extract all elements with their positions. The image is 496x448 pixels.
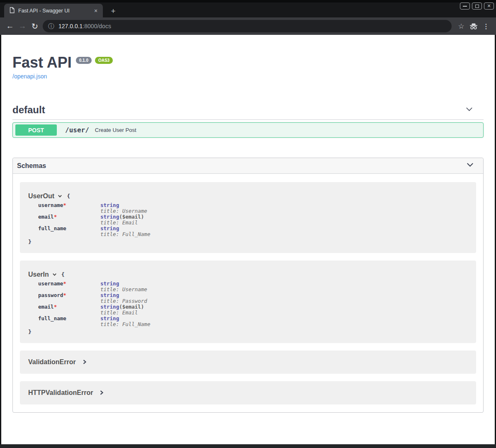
property-row: username* string title: Username: [38, 281, 468, 292]
close-brace: }: [28, 239, 468, 245]
property-row: email* string($email) title: Email: [38, 214, 468, 226]
property-name: full_name: [38, 315, 66, 321]
minimize-button[interactable]: [460, 2, 470, 10]
property-type: string: [100, 292, 119, 298]
opblock-post-user[interactable]: POST /user/ Create User Post: [12, 122, 484, 138]
model-userin: UserIn { username* string tit: [20, 261, 476, 343]
endpoint-summary: Create User Post: [95, 127, 136, 133]
property-title: title: Full_Name: [100, 231, 150, 237]
property-row: full_name string title: Full_Name: [38, 316, 468, 327]
minimize-icon: [463, 6, 467, 7]
property-name: full_name: [38, 225, 66, 231]
oas3-badge: OAS3: [95, 57, 113, 64]
incognito-icon: [467, 20, 480, 32]
property-type: string: [100, 214, 119, 220]
required-star: *: [63, 292, 66, 298]
url-path: :8000/docs: [83, 23, 111, 29]
model-httpvalidationerror[interactable]: HTTPValidationError: [20, 381, 476, 404]
method-badge: POST: [15, 124, 57, 136]
required-star: *: [63, 280, 66, 287]
chevron-down-icon[interactable]: [466, 161, 474, 171]
model-validationerror[interactable]: ValidationError: [20, 351, 476, 374]
api-title: Fast API: [12, 54, 72, 71]
swagger-page: Fast API 0.1.0 OAS3 /openapi.json defaul…: [0, 35, 496, 444]
model-userout: UserOut { username* string ti: [20, 182, 476, 253]
chevron-down-icon[interactable]: [52, 271, 57, 279]
forward-button[interactable]: →: [16, 20, 29, 32]
version-badge: 0.1.0: [76, 57, 92, 64]
tab-bar: Fast API - Swagger UI × + ✕: [0, 0, 496, 17]
model-name[interactable]: UserOut: [28, 192, 54, 200]
maximize-icon: [475, 5, 479, 8]
tab-close-icon[interactable]: ×: [92, 7, 100, 15]
api-header: Fast API 0.1.0 OAS3: [12, 54, 484, 71]
maximize-button[interactable]: [472, 2, 482, 10]
close-button[interactable]: ✕: [484, 2, 494, 10]
property-list: username* string title: Username passwor…: [38, 281, 468, 327]
model-name[interactable]: UserIn: [28, 271, 49, 278]
property-type: string: [100, 225, 119, 231]
tag-section-header[interactable]: default: [12, 104, 484, 116]
browser-window: Fast API - Swagger UI × + ✕ ← → ↻ ⓘ 127.…: [0, 0, 496, 448]
schemas-heading: Schemas: [17, 162, 46, 170]
property-title: title: Email: [100, 310, 144, 316]
property-row: password* string title: Password: [38, 292, 468, 304]
chevron-down-icon[interactable]: [465, 105, 474, 115]
tag-name[interactable]: default: [12, 104, 45, 116]
swagger-content: Fast API 0.1.0 OAS3 /openapi.json defaul…: [1, 35, 495, 413]
property-type: string: [100, 315, 119, 321]
property-type: string: [100, 202, 119, 208]
property-title: title: Username: [100, 208, 147, 214]
schemas-body: UserOut { username* string ti: [13, 174, 483, 412]
browser-toolbar: ← → ↻ ⓘ 127.0.0.1:8000/docs ☆ ⋮: [0, 17, 496, 35]
endpoint-path: /user/: [65, 126, 89, 134]
chevron-down-icon[interactable]: [57, 193, 63, 200]
property-type: string: [100, 280, 119, 287]
open-brace: {: [61, 271, 65, 278]
property-name: username: [38, 280, 63, 287]
window-controls: ✕: [460, 2, 494, 10]
chevron-right-icon[interactable]: [99, 390, 104, 397]
url-bar[interactable]: ⓘ 127.0.0.1:8000/docs: [43, 20, 452, 32]
property-title: title: Full_Name: [100, 321, 150, 327]
property-name: email: [38, 304, 54, 310]
page-icon: [10, 7, 15, 15]
property-format: ($email): [119, 304, 144, 310]
model-name[interactable]: ValidationError: [28, 358, 76, 366]
property-name: username: [38, 202, 63, 208]
reload-button[interactable]: ↻: [29, 20, 41, 32]
tag-divider: [12, 119, 484, 120]
schemas-section: Schemas UserOut {: [12, 158, 484, 413]
api-badges: 0.1.0 OAS3: [76, 57, 113, 64]
property-type: string: [100, 304, 119, 310]
openapi-json-link[interactable]: /openapi.json: [12, 73, 47, 80]
bookmark-star-icon[interactable]: ☆: [455, 20, 467, 32]
property-row: username* string title: Username: [38, 202, 468, 214]
property-title: title: Password: [100, 298, 147, 304]
menu-icon[interactable]: ⋮: [480, 20, 492, 32]
new-tab-button[interactable]: +: [108, 6, 119, 17]
property-title: title: Email: [100, 220, 144, 226]
model-name[interactable]: HTTPValidationError: [28, 389, 93, 397]
open-brace: {: [67, 193, 70, 199]
property-row: full_name string title: Full_Name: [38, 226, 468, 237]
schemas-header[interactable]: Schemas: [13, 158, 483, 174]
required-star: *: [54, 304, 57, 310]
site-info-icon[interactable]: ⓘ: [48, 22, 54, 30]
property-list: username* string title: Username email* …: [38, 202, 468, 237]
required-star: *: [63, 202, 66, 208]
window-bottom-border: [0, 444, 496, 448]
url-host: 127.0.0.1: [58, 23, 83, 29]
property-name: email: [38, 214, 54, 220]
browser-tab[interactable]: Fast API - Swagger UI ×: [4, 4, 103, 17]
close-brace: }: [28, 329, 468, 335]
chevron-right-icon[interactable]: [82, 359, 87, 366]
tab-title: Fast API - Swagger UI: [18, 8, 92, 14]
property-format: ($email): [119, 214, 144, 220]
property-name: password: [38, 292, 63, 298]
property-title: title: Username: [100, 287, 147, 292]
property-row: email* string($email) title: Email: [38, 304, 468, 316]
required-star: *: [54, 214, 57, 220]
back-button[interactable]: ←: [4, 20, 16, 32]
